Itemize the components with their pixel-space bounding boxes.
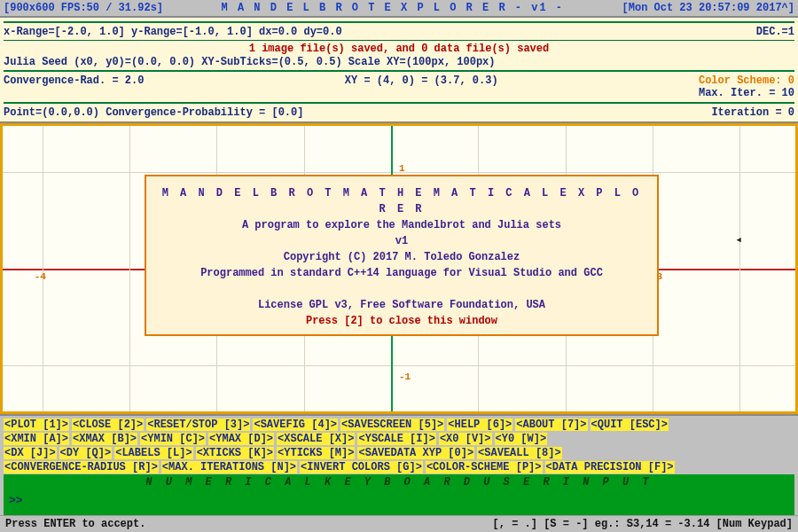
command-button[interactable]: <XMIN [A]>	[4, 433, 69, 445]
command-button[interactable]: <COLOR-SCHEME [P]>	[426, 461, 543, 473]
command-button[interactable]: <HELP [6]>	[447, 419, 512, 431]
command-panel: <PLOT [1]><CLOSE [2]><RESET/STOP [3]><SA…	[0, 414, 798, 515]
about-version: v1	[153, 233, 650, 249]
tick-x-neg4: -4	[35, 271, 46, 282]
max-iter: Max. Iter. = 10	[699, 87, 794, 99]
command-button[interactable]: <DX [J]>	[4, 447, 57, 459]
input-prompt[interactable]: >>	[9, 494, 789, 507]
command-button[interactable]: <X0 [V]>	[439, 433, 492, 445]
command-button[interactable]: <YMIN [C]>	[140, 433, 206, 445]
command-button[interactable]: <YSCALE [I]>	[357, 433, 435, 445]
command-button[interactable]: <CLOSE [2]>	[72, 419, 144, 431]
command-button[interactable]: <MAX. ITERATIONS [N]>	[161, 461, 297, 473]
command-button[interactable]: <YMAX [D]>	[208, 433, 274, 445]
info-panel: x-Range=[-2.0, 1.0] y-Range=[-1.0, 1.0] …	[0, 16, 798, 123]
about-dialog: M A N D E L B R O T M A T H E M A T I C …	[145, 175, 659, 336]
input-heading: N U M E R I C A L K E Y B O A R D U S E …	[9, 476, 789, 489]
command-button[interactable]: <ABOUT [7]>	[515, 419, 587, 431]
footer-bar: Press ENTER to accept. [, = .] [S = -] e…	[0, 515, 798, 532]
command-button[interactable]: <XTICKS [K]>	[196, 447, 274, 459]
convergence-radius: Convergence-Rad. = 2.0	[4, 74, 144, 99]
point-info: Point=(0.0,0.0) Convergence-Probability …	[4, 106, 303, 119]
dec-info: DEC.=1	[756, 26, 794, 38]
julia-info: Julia Seed (x0, y0)=(0.0, 0.0) XY-SubTic…	[4, 56, 794, 68]
command-button[interactable]: <XMAX [B]>	[72, 433, 137, 445]
cmd-row-2: <XMIN [A]><XMAX [B]><YMIN [C]><YMAX [D]>…	[4, 432, 794, 446]
app-title: M A N D E L B R O T E X P L O R E R - v1…	[222, 2, 564, 14]
command-button[interactable]: <DY [Q]>	[59, 447, 113, 459]
command-button[interactable]: <RESET/STOP [3]>	[146, 419, 250, 431]
command-button[interactable]: <XSCALE [X]>	[277, 433, 355, 445]
about-lang: Programmed in standard C++14 language fo…	[153, 265, 650, 281]
about-close-hint[interactable]: Press [2] to close this window	[153, 313, 650, 329]
about-license: License GPL v3, Free Software Foundation…	[153, 297, 650, 313]
range-info: x-Range=[-2.0, 1.0] y-Range=[-1.0, 1.0] …	[4, 26, 342, 38]
app-window: [798x532 FPS:50 / 31.92s] M A N D E L B …	[0, 0, 798, 532]
iteration-info: Iteration = 0	[711, 106, 794, 119]
file-status: 1 image file(s) saved, and 0 data file(s…	[4, 42, 794, 56]
command-button[interactable]: <SAVEDATA XYP [0]>	[357, 447, 474, 459]
command-button[interactable]: <YTICKS [M]>	[277, 447, 355, 459]
command-button[interactable]: <SAVEALL [8]>	[477, 447, 562, 459]
cursor-icon: ◂	[735, 232, 742, 246]
color-scheme: Color Scheme: 0	[699, 74, 794, 87]
command-button[interactable]: <SAVESCREEN [5]>	[340, 419, 444, 431]
fps-info: [798x532 FPS:50 / 31.92s]	[4, 2, 163, 14]
title-bar: [798x532 FPS:50 / 31.92s] M A N D E L B …	[0, 0, 798, 16]
tick-y-pos1: 1	[399, 163, 405, 174]
command-button[interactable]: <PLOT [1]>	[4, 419, 69, 431]
command-button[interactable]: <CONVERGENCE-RADIUS [R]>	[4, 461, 159, 473]
command-button[interactable]: <DATA PRECISION [F]>	[545, 461, 675, 473]
footer-left: Press ENTER to accept.	[5, 518, 145, 530]
datetime: [Mon Oct 23 20:57:09 2017^]	[622, 2, 794, 14]
plot-canvas[interactable]: 1 -1 -4 3 ◂ M A N D E L B R O T M A T H …	[0, 123, 798, 414]
command-button[interactable]: <SAVEFIG [4]>	[253, 419, 338, 431]
command-button[interactable]: <QUIT [ESC]>	[591, 419, 669, 431]
footer-right: [, = .] [S = -] eg.: S3,14 = -3.14 [Num …	[493, 518, 793, 530]
command-button[interactable]: <INVERT COLORS [G]>	[300, 461, 423, 473]
tick-y-neg1: -1	[399, 372, 411, 382]
cmd-row-4: <CONVERGENCE-RADIUS [R]><MAX. ITERATIONS…	[4, 460, 794, 474]
xy-coords: XY = (4, 0) = (3.7, 0.3)	[345, 74, 498, 99]
input-panel[interactable]: N U M E R I C A L K E Y B O A R D U S E …	[4, 474, 794, 515]
command-button[interactable]: <Y0 [W]>	[495, 433, 548, 445]
command-button[interactable]: <LABELS [L]>	[114, 447, 192, 459]
about-subtitle: A program to explore the Mandelbrot and …	[153, 217, 650, 233]
cmd-row-1: <PLOT [1]><CLOSE [2]><RESET/STOP [3]><SA…	[4, 418, 794, 432]
cmd-row-3: <DX [J]><DY [Q]><LABELS [L]><XTICKS [K]>…	[4, 446, 794, 460]
about-copyright: Copyright (C) 2017 M. Toledo Gonzalez	[153, 249, 650, 265]
about-title: M A N D E L B R O T M A T H E M A T I C …	[153, 185, 650, 217]
